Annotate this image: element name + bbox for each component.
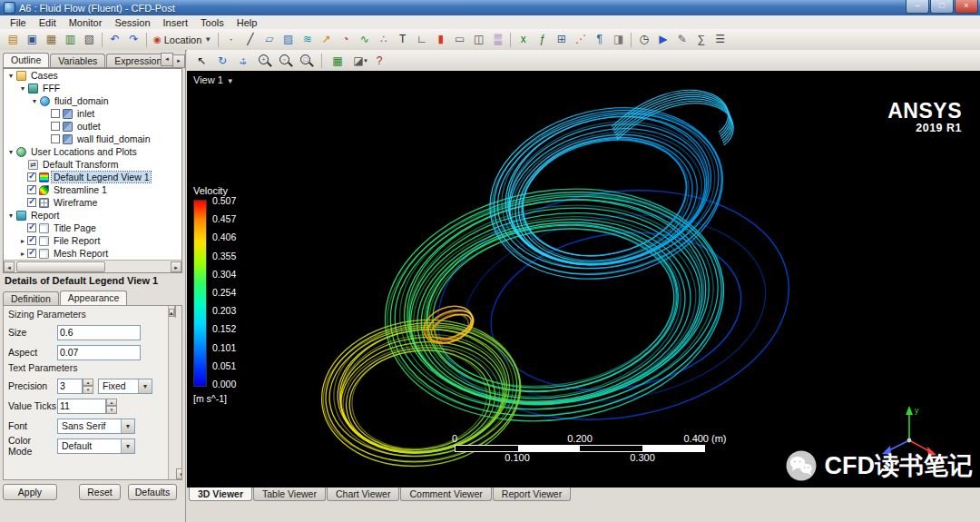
viewer-tab-comment-viewer[interactable]: Comment Viewer [400, 488, 491, 501]
fit-view-tool-icon[interactable]: □ [297, 52, 315, 70]
tree-item-fff[interactable]: ▾FFF [4, 82, 181, 94]
visibility-checkbox[interactable] [27, 198, 36, 207]
value-ticks-stepper[interactable]: ▴▾ [106, 399, 117, 414]
view-selector[interactable]: View 1▼ [193, 74, 234, 85]
macro-calculator-icon[interactable]: ☰ [710, 30, 730, 49]
tree-item-report[interactable]: ▾Report [4, 209, 181, 222]
tree-item-wireframe[interactable]: Wireframe [4, 196, 181, 209]
save-state-icon[interactable]: ▣ [23, 30, 42, 49]
pan-tool-icon[interactable]: ↔↕ [234, 52, 252, 70]
insert-contour-icon[interactable]: ◔ [336, 30, 355, 49]
viewer-tab-chart-viewer[interactable]: Chart Viewer [327, 488, 400, 501]
insert-clip-plane-icon[interactable]: ◫ [469, 30, 488, 49]
animation-icon[interactable]: ▶ [653, 30, 672, 49]
report-icon[interactable]: ▥ [61, 30, 80, 49]
view-orientation-icon[interactable]: ◪▼ [349, 52, 368, 70]
zoom-in-tool-icon[interactable]: + [255, 52, 273, 70]
tab-variables[interactable]: Variables [50, 54, 105, 67]
visibility-checkbox[interactable] [27, 249, 36, 258]
function-calculator-icon[interactable]: ∑ [691, 30, 710, 49]
visibility-checkbox[interactable] [27, 185, 36, 194]
menu-help[interactable]: Help [230, 17, 264, 28]
probe-tool-icon[interactable]: ? [370, 52, 388, 70]
insert-line-icon[interactable]: ╱ [240, 30, 260, 49]
tree-item-user-locations-and-plots[interactable]: ▾User Locations and Plots [4, 145, 181, 158]
tab-scroll-left-button[interactable]: ◂ [161, 53, 173, 66]
scroll-left-icon[interactable]: ◂ [4, 261, 15, 272]
scrollbar-thumb[interactable] [174, 305, 176, 318]
viewer-tab-report-viewer[interactable]: Report Viewer [493, 488, 571, 501]
tree-item-file-report[interactable]: ▸File Report [4, 234, 181, 247]
menu-insert[interactable]: Insert [157, 17, 195, 28]
insert-chart-icon[interactable]: ⋰ [571, 30, 590, 49]
insert-variable-icon[interactable]: x [514, 30, 533, 49]
visibility-checkbox[interactable] [27, 172, 36, 182]
close-button[interactable]: × [955, 0, 978, 14]
timestep-selector-icon[interactable]: ◷ [634, 30, 653, 49]
insert-table-icon[interactable]: ⊞ [552, 30, 571, 49]
load-results-icon[interactable]: ▤ [4, 30, 23, 49]
tree-item-inlet[interactable]: inlet [4, 107, 181, 120]
tree-item-title-page[interactable]: Title Page [4, 222, 181, 234]
details-tab-appearance[interactable]: Appearance [60, 291, 128, 305]
insert-coord-frame-icon[interactable]: ∟ [412, 30, 431, 49]
expander-icon[interactable]: ▾ [6, 72, 15, 80]
insert-volume-icon[interactable]: ▨ [279, 30, 298, 49]
redo-icon[interactable]: ↷ [124, 30, 143, 49]
tree-item-fluid-domain[interactable]: ▾fluid_domain [4, 94, 181, 107]
expander-icon[interactable]: ▾ [30, 97, 39, 105]
details-vertical-scrollbar[interactable]: ▴ ▾ [168, 306, 181, 479]
insert-instance-transform-icon[interactable]: ▭ [450, 30, 469, 49]
menu-file[interactable]: File [4, 17, 33, 28]
tab-outline[interactable]: Outline [3, 53, 49, 67]
insert-expression-icon[interactable]: ƒ [533, 30, 552, 49]
3d-viewport[interactable]: View 1▼ ANSYS 2019 R1 Velocity 0.5070.45… [187, 71, 980, 488]
expander-icon[interactable]: ▾ [18, 84, 27, 93]
export-icon[interactable]: ▧ [80, 30, 99, 49]
menu-edit[interactable]: Edit [33, 17, 63, 28]
insert-streamline-icon[interactable]: ∿ [355, 30, 374, 49]
precision-stepper[interactable]: ▴▾ [83, 379, 93, 394]
expander-icon[interactable]: ▾ [6, 148, 15, 156]
tree-item-mesh-report[interactable]: ▸Mesh Report [4, 247, 181, 260]
defaults-button[interactable]: Defaults [128, 484, 177, 500]
value-ticks-input[interactable] [57, 399, 106, 414]
scroll-up-icon[interactable]: ▴ [169, 309, 174, 317]
color-mode-dropdown[interactable]: Default ▼ [57, 438, 135, 454]
scroll-right-icon[interactable]: ▸ [171, 261, 181, 272]
maximize-button[interactable]: □ [930, 0, 954, 14]
select-tool-icon[interactable]: ↖ [192, 52, 211, 70]
location-selector[interactable]: ◉Location▼ [150, 34, 215, 45]
viewer-tab-table-viewer[interactable]: Table Viewer [253, 488, 326, 501]
tree-item-wall-fluid-domain[interactable]: wall fluid_domain [4, 133, 181, 145]
expander-icon[interactable]: ▸ [18, 250, 27, 258]
insert-point-icon[interactable]: ∙ [221, 30, 240, 49]
minimize-button[interactable]: – [906, 0, 929, 14]
insert-legend-icon[interactable]: ▮ [431, 30, 450, 49]
insert-color-map-icon[interactable]: ▒ [488, 30, 507, 49]
scroll-down-icon[interactable]: ▾ [176, 468, 182, 479]
visibility-checkbox[interactable] [27, 236, 36, 245]
reset-button[interactable]: Reset [79, 484, 121, 500]
insert-plane-icon[interactable]: ▱ [260, 30, 279, 49]
insert-isosurface-icon[interactable]: ≋ [298, 30, 317, 49]
undo-icon[interactable]: ↶ [105, 30, 124, 49]
scrollbar-thumb[interactable] [16, 261, 105, 272]
insert-vector-icon[interactable]: ↗ [317, 30, 336, 49]
details-tab-definition[interactable]: Definition [3, 291, 59, 305]
rotate-tool-icon[interactable]: ↻ [213, 52, 231, 70]
aspect-input[interactable] [57, 345, 141, 360]
insert-comment-icon[interactable]: ¶ [590, 30, 609, 49]
tree-item-outlet[interactable]: outlet [4, 120, 181, 133]
save-picture-icon[interactable]: ▦ [42, 30, 61, 49]
tree-item-cases[interactable]: ▾Cases [4, 69, 181, 82]
tab-scroll-right-button[interactable]: ▸ [172, 54, 185, 68]
viewer-tab-3d-viewer[interactable]: 3D Viewer [189, 488, 252, 501]
size-input[interactable] [57, 325, 141, 340]
perspective-grid-icon[interactable]: ▦ [328, 52, 347, 70]
precision-mode-dropdown[interactable]: Fixed ▼ [98, 379, 152, 394]
zoom-box-tool-icon[interactable]: ▫ [276, 52, 294, 70]
visibility-checkbox[interactable] [51, 122, 60, 131]
precision-input[interactable] [57, 379, 83, 394]
font-dropdown[interactable]: Sans Serif ▼ [57, 419, 135, 434]
